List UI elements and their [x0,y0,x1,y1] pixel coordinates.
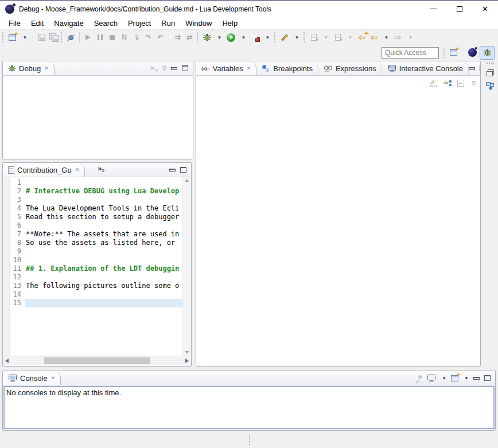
hidden-editors-chevron[interactable]: »5 [98,163,104,177]
star-icon: ✦ [457,372,461,377]
maximize-view-icon[interactable] [484,375,491,381]
open-perspective-button[interactable]: ✦ [448,46,460,59]
menu-file[interactable]: File [3,18,26,29]
editor-part: Contribution_Gu ✕ »5 12 34 56 78 910 111… [2,162,192,367]
run-button[interactable] [225,31,237,44]
suspend-icon [98,34,103,40]
tab-variables[interactable]: (x)= Variables ✕ [196,61,256,75]
editor-line [25,247,182,256]
svg-text:✶: ✶ [387,64,391,69]
external-tools-button[interactable] [249,31,261,44]
outline-view-icon[interactable] [486,82,494,89]
close-tab-icon[interactable]: ✕ [75,167,80,173]
close-tab-icon[interactable]: ✕ [44,65,49,71]
debug-view-content [3,76,193,159]
toolbar-grip [443,48,445,58]
sash-drag-handle[interactable] [249,435,250,437]
minimize-window-button[interactable] [421,1,446,17]
dropdown-arrow-icon[interactable]: ▼ [464,376,469,381]
save-button [36,31,48,44]
maximize-view-icon[interactable] [182,65,188,71]
back-dropdown[interactable]: ▼ [380,31,392,44]
maximize-window-button[interactable] [446,1,472,17]
trim-drag-handle[interactable] [486,63,494,64]
mark-occurrences-button[interactable] [278,31,290,44]
close-window-button[interactable]: ✕ [472,1,498,17]
menu-run[interactable]: Run [156,18,180,29]
tab-expressions[interactable]: x= Expressions [318,61,382,75]
right-trim-bar [484,63,496,89]
quick-access-input[interactable] [382,47,439,59]
maximize-view-icon[interactable] [180,167,186,173]
open-perspective-icon: ✦ [450,49,457,56]
minimize-view-icon[interactable] [169,169,176,172]
external-tools-icon [250,33,260,42]
tab-interactive-console[interactable]: ✶ Interactive Console [382,61,469,75]
display-console-icon[interactable] [427,374,436,382]
editor-line: So use the assets as listed here, or [25,239,182,247]
view-menu-icon[interactable]: ▽ [162,66,166,71]
editor-line [25,273,182,282]
next-annotation-dropdown[interactable]: ▼ [320,31,332,44]
show-logical-structure-icon[interactable] [443,80,452,87]
variables-part-buttons [469,61,481,75]
step-return-button: ↶ [154,31,166,44]
editor-line [25,256,182,264]
menu-window[interactable]: Window [180,18,217,29]
hidden-editors-count: 5 [102,168,104,173]
run-dropdown[interactable]: ▼ [237,31,249,44]
tab-console[interactable]: Console ✕ [3,371,61,385]
menu-edit[interactable]: Edit [26,18,49,29]
main-toolbar: ✦ ▼ N ↴ ↷ ↶ ⇉ ⇄ [0,29,498,45]
lua-perspective-button[interactable] [465,46,480,60]
skip-all-breakpoints-button[interactable] [65,31,77,44]
open-console-icon[interactable]: ✦ [451,375,458,381]
last-edit-location-button[interactable]: ⇦✦ [356,31,368,44]
scroll-right-icon[interactable] [185,359,189,363]
toolbar-grip [274,32,276,42]
debug-button[interactable] [201,31,213,44]
star-icon: ✦ [14,32,18,37]
back-button[interactable]: ⇦ [368,31,380,44]
editor-vertical-scrollbar[interactable] [182,177,191,356]
scrollbar-thumb[interactable] [44,357,150,364]
run-icon [227,33,235,42]
menu-help[interactable]: Help [217,18,243,29]
tab-breakpoints[interactable]: Breakpoints [256,61,318,75]
menu-project[interactable]: Project [123,18,156,29]
tab-debug[interactable]: Debug ✕ [3,61,55,75]
tab-label: Breakpoints [273,64,313,73]
editor-text-area[interactable]: # Interactive DEBUG using Lua Develop Th… [25,177,182,356]
minimize-view-icon[interactable] [171,67,177,70]
close-tab-icon[interactable]: ✕ [51,375,56,381]
menu-search[interactable]: Search [89,18,123,29]
scroll-up-icon[interactable] [185,179,189,182]
debug-bug-icon [203,33,212,42]
minimize-view-icon[interactable] [469,67,475,70]
external-tools-dropdown[interactable]: ▼ [261,31,273,44]
forward-dropdown[interactable]: ▼ [404,31,416,44]
scroll-left-icon[interactable] [5,359,9,363]
editor-horizontal-scrollbar[interactable] [3,356,191,365]
variables-part: (x)= Variables ✕ Breakpoints x= Expressi… [196,61,481,367]
tab-contribution-guide[interactable]: Contribution_Gu ✕ [3,163,85,177]
new-wizard-button[interactable]: ✦ [6,31,18,44]
step-into-button: ↴ [130,31,142,44]
close-tab-icon[interactable]: ✕ [247,65,251,71]
last-edit-location-icon: ⇦✦ [359,33,365,41]
skip-breakpoints-icon [68,34,74,41]
previous-annotation-dropdown[interactable]: ▼ [344,31,356,44]
new-wizard-dropdown[interactable]: ▼ [18,31,30,44]
debug-perspective-button[interactable] [480,46,495,60]
maximize-view-icon[interactable] [480,65,481,71]
minimize-view-icon[interactable] [473,377,480,380]
mark-occurrences-dropdown[interactable]: ▼ [290,31,302,44]
debug-dropdown[interactable]: ▼ [213,31,225,44]
dropdown-arrow-icon[interactable]: ▼ [442,376,446,381]
restore-view-icon[interactable] [487,69,494,76]
toolbar-separator [33,32,33,43]
resume-icon [85,34,91,40]
menu-navigate[interactable]: Navigate [49,18,88,29]
scroll-down-icon[interactable] [185,351,189,354]
view-menu-icon[interactable]: ▽ [472,81,476,86]
